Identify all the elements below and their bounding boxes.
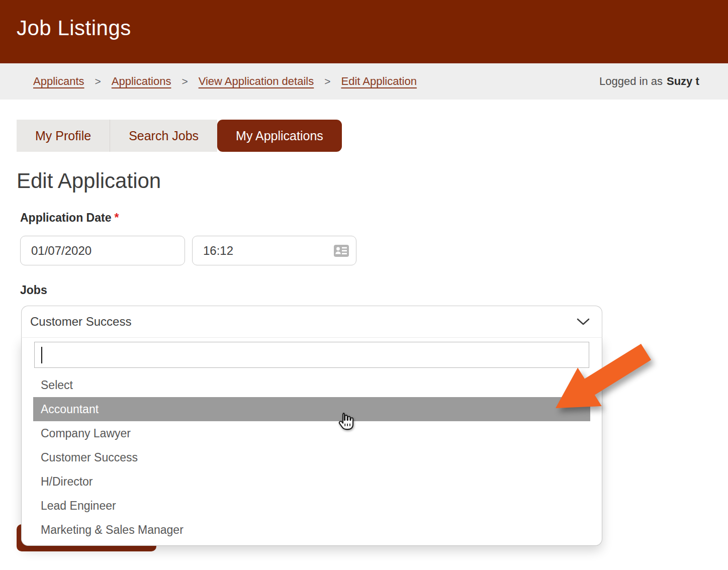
jobs-search-input[interactable] <box>35 342 589 367</box>
tab[interactable]: Search Jobs <box>110 120 217 152</box>
tab[interactable]: My Profile <box>17 120 110 152</box>
application-time-input[interactable] <box>203 244 330 258</box>
jobs-search-wrapper <box>34 342 589 368</box>
jobs-label: Jobs <box>20 283 47 297</box>
jobs-option[interactable]: Accountant <box>33 397 590 421</box>
jobs-option[interactable]: Lead Engineer <box>33 494 590 518</box>
jobs-select[interactable]: Customer Success <box>21 306 602 338</box>
logged-in-username: Suzy t <box>667 75 699 88</box>
time-input-wrapper <box>192 236 356 265</box>
logged-in-prefix: Logged in as <box>599 75 663 88</box>
contact-card-icon[interactable] <box>334 245 349 257</box>
jobs-option[interactable]: H/Director <box>33 469 590 494</box>
breadcrumb-separator: > <box>95 75 101 87</box>
jobs-dropdown-panel: Select Accountant Company Lawyer Custome… <box>21 338 602 546</box>
app-header: Job Listings <box>0 0 728 63</box>
tab-bar: My Profile Search Jobs My Applications <box>17 120 342 152</box>
logged-in-as: Logged in as Suzy t <box>599 63 699 100</box>
breadcrumb-link[interactable]: Applications <box>112 75 171 88</box>
jobs-option[interactable]: Company Lawyer <box>33 421 590 445</box>
breadcrumb-link[interactable]: View Application details <box>199 75 314 88</box>
breadcrumb-separator: > <box>324 75 330 87</box>
application-date-input[interactable] <box>31 244 177 258</box>
chevron-down-icon <box>577 318 590 326</box>
application-date-label-text: Application Date <box>20 211 111 224</box>
jobs-option[interactable]: Customer Success <box>33 445 590 469</box>
date-input-wrapper <box>20 236 185 265</box>
tab[interactable]: My Applications <box>217 120 342 152</box>
breadcrumb-link[interactable]: Applicants <box>33 75 84 88</box>
breadcrumb-bar: Applicants > Applications > View Applica… <box>0 63 728 100</box>
jobs-options-list: Select Accountant Company Lawyer Custome… <box>33 373 590 542</box>
text-caret <box>41 347 42 363</box>
page-title: Edit Application <box>17 169 161 193</box>
application-date-label: Application Date* <box>20 211 119 225</box>
jobs-select-value: Customer Success <box>30 315 131 329</box>
jobs-option[interactable]: Marketing & Sales Manager <box>33 518 590 542</box>
app-title: Job Listings <box>17 16 131 40</box>
required-asterisk: * <box>114 211 119 224</box>
jobs-option[interactable]: Select <box>33 373 590 397</box>
breadcrumb: Applicants > Applications > View Applica… <box>33 63 417 100</box>
breadcrumb-separator: > <box>181 75 188 87</box>
breadcrumb-link[interactable]: Edit Application <box>341 75 416 88</box>
